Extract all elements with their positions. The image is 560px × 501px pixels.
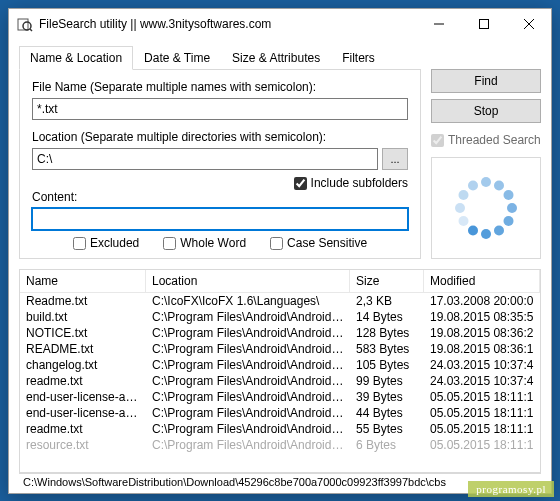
whole-word-checkbox[interactable]: Whole Word <box>163 236 246 250</box>
table-row[interactable]: README.txtC:\Program Files\Android\Andro… <box>20 341 540 357</box>
close-button[interactable] <box>506 10 551 39</box>
tab-name-location[interactable]: Name & Location <box>19 46 133 70</box>
filename-input[interactable] <box>32 98 408 120</box>
col-location[interactable]: Location <box>146 270 350 292</box>
include-subfolders-checkbox[interactable]: Include subfolders <box>294 176 408 190</box>
cell-size: 583 Bytes <box>350 341 424 357</box>
cell-location: C:\Program Files\Android\Android St... <box>146 341 350 357</box>
results-header: Name Location Size Modified <box>20 270 540 293</box>
cell-size: 55 Bytes <box>350 421 424 437</box>
svg-line-2 <box>30 29 32 31</box>
cell-location: C:\Program Files\Android\Android St... <box>146 405 350 421</box>
cell-name: Readme.txt <box>20 293 146 309</box>
tabstrip: Name & Location Date & Time Size & Attri… <box>19 45 421 70</box>
cell-name: NOTICE.txt <box>20 325 146 341</box>
cell-modified: 05.05.2015 18:11:1 <box>424 405 540 421</box>
cell-location: C:\IcoFX\IcoFX 1.6\Languages\ <box>146 293 350 309</box>
cell-modified: 17.03.2008 20:00:0 <box>424 293 540 309</box>
threaded-search-checkbox[interactable]: Threaded Search <box>431 133 541 147</box>
excluded-checkbox[interactable]: Excluded <box>73 236 139 250</box>
status-bar: C:\Windows\SoftwareDistribution\Download… <box>19 473 541 493</box>
find-button[interactable]: Find <box>431 69 541 93</box>
cell-name: README.txt <box>20 341 146 357</box>
cell-size: 128 Bytes <box>350 325 424 341</box>
progress-spinner <box>431 157 541 259</box>
cell-modified: 19.08.2015 08:36:1 <box>424 341 540 357</box>
table-row[interactable]: build.txtC:\Program Files\Android\Androi… <box>20 309 540 325</box>
table-row[interactable]: readme.txtC:\Program Files\Android\Andro… <box>20 373 540 389</box>
table-row[interactable]: NOTICE.txtC:\Program Files\Android\Andro… <box>20 325 540 341</box>
include-subfolders-input[interactable] <box>294 177 307 190</box>
location-input[interactable] <box>32 148 378 170</box>
content-label: Content: <box>32 190 408 204</box>
threaded-search-label: Threaded Search <box>448 133 541 147</box>
col-name[interactable]: Name <box>20 270 146 292</box>
location-label: Location (Separate multiple directories … <box>32 130 408 144</box>
cell-name: end-user-license-agre... <box>20 405 146 421</box>
cell-name: readme.txt <box>20 421 146 437</box>
col-modified[interactable]: Modified <box>424 270 540 292</box>
cell-location: C:\Program Files\Android\Android St... <box>146 309 350 325</box>
minimize-icon <box>434 19 444 29</box>
cell-location: C:\Program Files\Android\Android St... <box>146 325 350 341</box>
tab-date-time[interactable]: Date & Time <box>133 46 221 70</box>
cell-size: 39 Bytes <box>350 389 424 405</box>
table-row[interactable]: end-user-license-agre...C:\Program Files… <box>20 405 540 421</box>
app-icon <box>17 16 33 32</box>
cell-size: 6 Bytes <box>350 437 424 453</box>
cell-location: C:\Program Files\Android\Android St... <box>146 357 350 373</box>
cell-location: C:\Program Files\Android\Android St... <box>146 389 350 405</box>
cell-location: C:\Program Files\Android\Android St... <box>146 421 350 437</box>
cell-modified: 19.08.2015 08:35:5 <box>424 309 540 325</box>
table-row[interactable]: readme.txtC:\Program Files\Android\Andro… <box>20 421 540 437</box>
cell-size: 105 Bytes <box>350 357 424 373</box>
cell-location: C:\Program Files\Android\Android St... <box>146 437 350 453</box>
cell-modified: 05.05.2015 18:11:1 <box>424 437 540 453</box>
filename-label: File Name (Separate multiple names with … <box>32 80 408 94</box>
cell-name: resource.txt <box>20 437 146 453</box>
results-list: Name Location Size Modified Readme.txtC:… <box>19 269 541 473</box>
cell-name: changelog.txt <box>20 357 146 373</box>
maximize-button[interactable] <box>461 10 506 39</box>
titlebar[interactable]: FileSearch utility || www.3nitysoftwares… <box>9 9 551 39</box>
tab-filters[interactable]: Filters <box>331 46 386 70</box>
cell-size: 2,3 KB <box>350 293 424 309</box>
col-size[interactable]: Size <box>350 270 424 292</box>
table-row[interactable]: Readme.txtC:\IcoFX\IcoFX 1.6\Languages\2… <box>20 293 540 309</box>
maximize-icon <box>479 19 489 29</box>
tab-panel: File Name (Separate multiple names with … <box>19 70 421 259</box>
cell-size: 14 Bytes <box>350 309 424 325</box>
cell-modified: 19.08.2015 08:36:2 <box>424 325 540 341</box>
table-row[interactable]: end-user-license-agre...C:\Program Files… <box>20 389 540 405</box>
cell-modified: 05.05.2015 18:11:1 <box>424 389 540 405</box>
stop-button[interactable]: Stop <box>431 99 541 123</box>
close-icon <box>524 19 534 29</box>
content-input[interactable] <box>32 208 408 230</box>
app-window: FileSearch utility || www.3nitysoftwares… <box>8 8 552 494</box>
cell-modified: 24.03.2015 10:37:4 <box>424 373 540 389</box>
minimize-button[interactable] <box>416 10 461 39</box>
cell-location: C:\Program Files\Android\Android St... <box>146 373 350 389</box>
table-row[interactable]: changelog.txtC:\Program Files\Android\An… <box>20 357 540 373</box>
tab-size-attributes[interactable]: Size & Attributes <box>221 46 331 70</box>
window-title: FileSearch utility || www.3nitysoftwares… <box>39 17 416 31</box>
case-sensitive-checkbox[interactable]: Case Sensitive <box>270 236 367 250</box>
table-row[interactable]: resource.txtC:\Program Files\Android\And… <box>20 437 540 453</box>
include-subfolders-label: Include subfolders <box>311 176 408 190</box>
watermark: programosy.pl <box>468 481 554 497</box>
threaded-search-input[interactable] <box>431 134 444 147</box>
browse-button[interactable]: ... <box>382 148 408 170</box>
cell-name: end-user-license-agre... <box>20 389 146 405</box>
cell-name: readme.txt <box>20 373 146 389</box>
cell-modified: 24.03.2015 10:37:4 <box>424 357 540 373</box>
cell-size: 99 Bytes <box>350 373 424 389</box>
cell-size: 44 Bytes <box>350 405 424 421</box>
svg-rect-4 <box>479 20 488 29</box>
cell-name: build.txt <box>20 309 146 325</box>
cell-modified: 05.05.2015 18:11:1 <box>424 421 540 437</box>
